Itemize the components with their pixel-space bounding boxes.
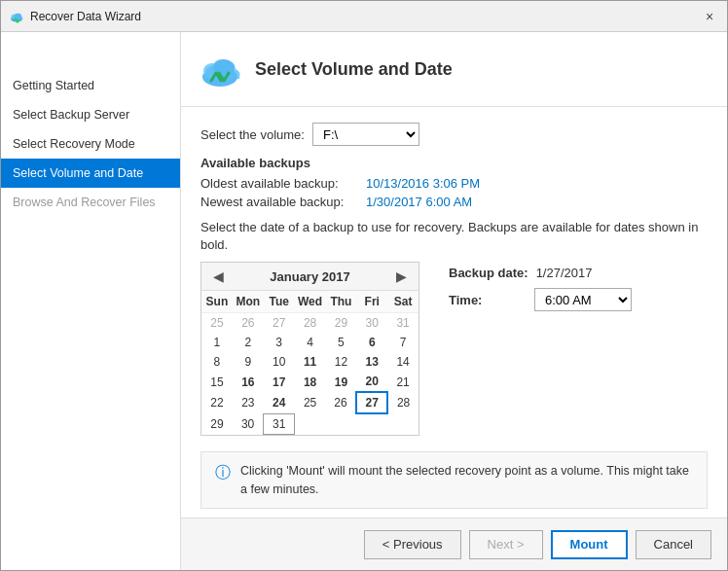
calendar-backup-row: ◀ January 2017 ▶ Sun Mon Tue Wed [200, 262, 708, 436]
calendar-week-4: 22232425262728 [201, 392, 419, 413]
calendar-header: ◀ January 2017 ▶ [201, 263, 419, 291]
time-row: Time: 6:00 AM [449, 288, 632, 311]
main-header-title: Select Volume and Date [255, 59, 453, 80]
newest-backup-row: Newest available backup: 1/30/2017 6:00 … [200, 195, 708, 209]
main-panel: Select Volume and Date Select the volume… [181, 32, 727, 570]
cancel-button[interactable]: Cancel [636, 530, 711, 559]
calendar-next-button[interactable]: ▶ [392, 267, 411, 286]
time-label: Time: [449, 293, 527, 307]
footer: < Previous Next > Mount Cancel [181, 517, 727, 570]
calendar-prev-button[interactable]: ◀ [209, 267, 228, 286]
calendar-cell-1-2: 3 [264, 333, 295, 352]
calendar-cell-3-0: 15 [201, 372, 233, 392]
window-title: Recover Data Wizard [30, 10, 141, 23]
calendar-week-2: 891011121314 [201, 352, 419, 372]
calendar-cell-5-1: 30 [233, 413, 264, 434]
calendar-cell-2-5[interactable]: 13 [356, 352, 387, 372]
header-cloud-icon [197, 46, 243, 92]
newest-backup-label: Newest available backup: [200, 195, 366, 209]
sidebar-header [1, 32, 180, 71]
calendar-cell-3-3[interactable]: 18 [295, 372, 326, 392]
newest-backup-value: 1/30/2017 6:00 AM [366, 195, 472, 209]
calendar-cell-0-2: 27 [264, 313, 295, 334]
calendar-cell-5-6 [387, 413, 419, 434]
calendar-cell-4-0: 22 [201, 392, 233, 413]
calendar-cell-0-5: 30 [356, 313, 387, 334]
calendar-cell-5-2: 31 [264, 413, 295, 434]
calendar-cell-5-5 [356, 413, 387, 434]
calendar-cell-2-2: 10 [264, 352, 295, 372]
time-select[interactable]: 6:00 AM [534, 288, 632, 311]
day-header-mon: Mon [233, 291, 264, 313]
day-header-sat: Sat [387, 291, 419, 313]
main-header: Select Volume and Date [181, 32, 727, 107]
oldest-backup-row: Oldest available backup: 10/13/2016 3:06… [200, 176, 708, 191]
title-bar: Recover Data Wizard × [1, 1, 727, 32]
calendar-week-3: 15161718192021 [201, 372, 419, 392]
available-backups-label: Available backups [200, 156, 708, 170]
calendar-cell-1-3: 4 [295, 333, 326, 352]
window-icon [9, 9, 24, 24]
calendar-month-year: January 2017 [270, 269, 349, 284]
calendar-cell-2-1: 9 [233, 352, 264, 372]
backup-date-label: Backup date: [449, 266, 528, 280]
calendar-cell-4-4: 26 [326, 392, 357, 413]
volume-label: Select the volume: [200, 127, 305, 142]
main-content-area: Getting Started Select Backup Server Sel… [1, 32, 727, 570]
calendar-cell-1-5[interactable]: 6 [356, 333, 387, 352]
sidebar-item-select-recovery-mode[interactable]: Select Recovery Mode [1, 129, 180, 159]
sidebar-item-browse-recover-files: Browse And Recover Files [1, 188, 180, 217]
calendar-cell-4-5[interactable]: 27 [356, 392, 387, 413]
calendar-cell-3-4[interactable]: 19 [326, 372, 357, 392]
calendar-cell-3-2[interactable]: 17 [264, 372, 295, 392]
calendar-cell-4-1: 23 [233, 392, 264, 413]
calendar-week-0: 25262728293031 [201, 313, 419, 334]
backup-date-panel: Backup date: 1/27/2017 Time: 6:00 AM [449, 266, 632, 311]
title-bar-left: Recover Data Wizard [9, 9, 141, 24]
calendar-cell-0-4: 29 [326, 313, 357, 334]
calendar-cell-1-4: 5 [326, 333, 357, 352]
previous-button[interactable]: < Previous [364, 530, 461, 559]
recover-data-wizard-window: Recover Data Wizard × Getting Started Se… [0, 0, 728, 571]
calendar-cell-0-3: 28 [295, 313, 326, 334]
backup-date-row: Backup date: 1/27/2017 [449, 266, 632, 280]
calendar-cell-4-2[interactable]: 24 [264, 392, 295, 413]
calendar-cell-1-1: 2 [233, 333, 264, 352]
calendar-cell-3-1[interactable]: 16 [233, 372, 264, 392]
calendar-grid: Sun Mon Tue Wed Thu Fri Sat 252 [201, 291, 419, 435]
calendar-cell-4-3: 25 [295, 392, 326, 413]
calendar-cell-0-1: 26 [233, 313, 264, 334]
calendar-cell-1-0: 1 [201, 333, 233, 352]
date-instruction: Select the date of a backup to use for r… [200, 219, 708, 254]
day-header-thu: Thu [326, 291, 357, 313]
calendar-cell-0-0: 25 [201, 313, 233, 334]
volume-select[interactable]: F:\ [312, 123, 419, 146]
calendar-cell-2-0: 8 [201, 352, 233, 372]
sidebar-item-select-volume-date[interactable]: Select Volume and Date [1, 159, 180, 188]
volume-row: Select the volume: F:\ [200, 123, 708, 146]
info-box: ⓘ Clicking 'Mount' will mount the select… [200, 451, 708, 510]
oldest-backup-label: Oldest available backup: [200, 176, 366, 191]
calendar-cell-3-5[interactable]: 20 [356, 372, 387, 392]
calendar-cell-3-6: 21 [387, 372, 419, 392]
sidebar-item-select-backup-server[interactable]: Select Backup Server [1, 100, 180, 129]
backup-date-value: 1/27/2017 [536, 266, 593, 280]
sidebar-item-getting-started[interactable]: Getting Started [1, 71, 180, 100]
next-button[interactable]: Next > [469, 530, 543, 559]
calendar: ◀ January 2017 ▶ Sun Mon Tue Wed [200, 262, 419, 436]
calendar-days-header: Sun Mon Tue Wed Thu Fri Sat [201, 291, 419, 313]
mount-button[interactable]: Mount [551, 530, 628, 559]
info-text: Clicking 'Mount' will mount the selected… [240, 462, 693, 499]
calendar-week-1: 1234567 [201, 333, 419, 352]
calendar-week-5: 293031 [201, 413, 419, 434]
calendar-cell-2-3[interactable]: 11 [295, 352, 326, 372]
close-button[interactable]: × [700, 7, 719, 26]
calendar-cell-2-4: 12 [326, 352, 357, 372]
calendar-cell-5-3 [295, 413, 326, 434]
calendar-cell-1-6: 7 [387, 333, 419, 352]
calendar-body: 2526272829303112345678910111213141516171… [201, 313, 419, 435]
sidebar: Getting Started Select Backup Server Sel… [1, 32, 181, 570]
calendar-cell-4-6: 28 [387, 392, 419, 413]
calendar-cell-5-4 [326, 413, 357, 434]
day-header-sun: Sun [201, 291, 233, 313]
